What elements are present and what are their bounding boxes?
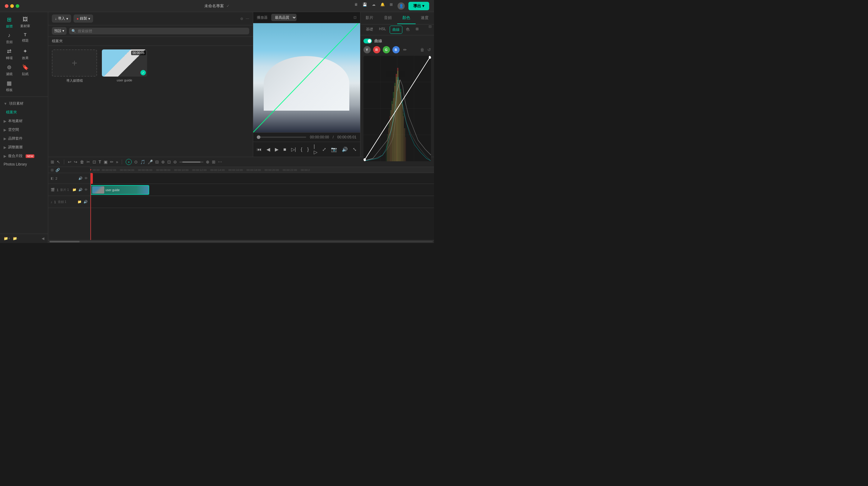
eyedropper-icon[interactable]: ✏ <box>403 47 407 52</box>
tab-speed[interactable]: 速度 <box>415 12 434 24</box>
tl-text-button[interactable]: T <box>98 159 101 164</box>
volume-button[interactable]: 🔊 <box>342 147 348 152</box>
curves-delete-icon[interactable]: 🗑 <box>420 47 424 52</box>
sidebar-item-photos[interactable]: Photos Library <box>0 160 48 168</box>
add-track-icon[interactable]: ⊞ <box>51 168 54 172</box>
preview-options-icon[interactable]: ⊡ <box>353 16 356 20</box>
toolbar-transition[interactable]: ⇄ 轉場 <box>1 46 17 62</box>
fullscreen-button[interactable]: ⤢ <box>322 147 326 152</box>
grid-icon[interactable]: ⊞ <box>390 2 393 10</box>
toolbar-filter[interactable]: ⊚ 濾鏡 <box>1 62 17 78</box>
close-button[interactable] <box>5 4 8 8</box>
add-folder-icon[interactable]: 📁+ <box>4 236 10 241</box>
preset-select[interactable]: 預設 ▾ <box>52 27 67 35</box>
channel-g-button[interactable]: G <box>383 46 390 53</box>
stop-button[interactable]: ■ <box>283 147 286 152</box>
tl-minus-button[interactable]: ⊖ <box>173 159 177 164</box>
sub-tab-hsl[interactable]: HSL <box>376 24 389 35</box>
scrollbar-thumb[interactable] <box>50 241 80 242</box>
video-clip[interactable]: user guide <box>90 185 149 195</box>
sub-tab-basic[interactable]: 基礎 <box>363 24 376 35</box>
step-back-button[interactable]: ⏮ <box>257 147 261 152</box>
link-track-icon[interactable]: 🔗 <box>56 168 60 172</box>
toolbar-sticker[interactable]: 🔖 貼紙 <box>17 62 33 78</box>
collapse-icon[interactable]: ◀ <box>41 236 44 241</box>
sidebar-item-cloud[interactable]: ▶ 雲空間 <box>0 125 48 134</box>
cloud-icon[interactable]: ☁ <box>372 2 375 10</box>
channel-y-button[interactable]: Y <box>364 46 371 53</box>
avatar[interactable]: 👤 <box>398 2 405 10</box>
sidebar-item-brand[interactable]: ▶ 品牌套件 <box>0 134 48 143</box>
panel-expand[interactable]: ⊟ <box>429 24 432 35</box>
toolbar-template[interactable]: ▦ 模板 <box>1 78 17 94</box>
bell-icon[interactable]: 🔔 <box>380 2 385 10</box>
tl-draw-button[interactable]: ✏ <box>110 159 114 164</box>
audio1-volume-icon[interactable]: 🔊 <box>84 200 88 204</box>
tl-redo-button[interactable]: ↪ <box>74 159 78 164</box>
zoom-slider[interactable] <box>179 161 204 162</box>
remove-folder-icon[interactable]: 📁- <box>13 236 19 241</box>
sidebar-item-local[interactable]: ▶ 本地素材 <box>0 117 48 125</box>
sub-tab-lut[interactable]: 色 <box>403 24 412 35</box>
frame-forward-button[interactable]: ▷| <box>291 147 296 152</box>
export-button[interactable]: 導出 ▾ <box>408 2 429 10</box>
insert-button[interactable]: |▷ <box>314 144 317 155</box>
monitor-icon[interactable]: 🖥 <box>354 2 358 10</box>
tl-plus-button[interactable]: ⊕ <box>206 159 210 164</box>
play-button[interactable]: ▶ <box>275 147 278 152</box>
fullscreen-button[interactable] <box>16 4 19 8</box>
video1-volume-icon[interactable]: 🔊 <box>79 188 83 192</box>
sidebar-item-compound[interactable]: ▶ 復合片段 NEW <box>0 152 48 160</box>
sidebar-section-project[interactable]: ▼ 項目素材 <box>0 99 48 108</box>
curves-toggle[interactable] <box>364 39 372 43</box>
tl-undo-button[interactable]: ↩ <box>68 159 71 164</box>
mark-out-button[interactable]: } <box>307 147 309 152</box>
audio1-folder-icon[interactable]: 📁 <box>78 200 82 204</box>
minimize-button[interactable] <box>10 4 14 8</box>
mark-in-button[interactable]: { <box>301 147 302 152</box>
tl-settings-button[interactable]: ⋯ <box>218 159 222 164</box>
video1-eye-icon[interactable]: 👁 <box>84 188 88 192</box>
tab-audio[interactable]: 音頻 <box>379 12 397 24</box>
tl-layout-button[interactable]: ⊞ <box>212 159 216 164</box>
import-media-button[interactable]: + <box>52 50 97 77</box>
curves-reset-icon[interactable]: ↺ <box>427 47 431 52</box>
toolbar-effect[interactable]: ✦ 效果 <box>17 46 33 62</box>
tl-mic-button[interactable]: 🎤 <box>148 159 153 164</box>
track2-eye-icon[interactable]: 👁 <box>84 176 88 180</box>
tl-more-button[interactable]: » <box>116 159 119 164</box>
tl-grid-button[interactable]: ⊞ <box>51 159 54 164</box>
tl-crop-button[interactable]: ▣ <box>104 159 107 164</box>
progress-bar[interactable] <box>257 136 306 138</box>
video1-folder-icon[interactable]: 📁 <box>72 188 76 192</box>
toolbar-library[interactable]: 🖼 素材庫 <box>17 14 33 30</box>
tl-audio-button[interactable]: 🎵 <box>140 159 145 164</box>
more-options-icon[interactable]: ⋯ <box>246 17 249 21</box>
histogram-area[interactable] <box>364 56 431 161</box>
quality-select[interactable]: 最高品質 <box>271 14 297 21</box>
tl-delete-button[interactable]: 🗑 <box>80 159 84 164</box>
tl-select-button[interactable]: ↖ <box>57 159 60 164</box>
filter-options-icon[interactable]: ⊜ <box>240 17 243 21</box>
sub-tab-curves[interactable]: 曲線 <box>390 26 402 34</box>
search-input[interactable] <box>78 29 247 33</box>
timeline-scrollbar[interactable] <box>48 240 434 243</box>
tab-video[interactable]: 影片 <box>361 12 379 24</box>
tl-pip-button[interactable]: ⊡ <box>167 159 171 164</box>
progress-dot[interactable] <box>257 135 260 139</box>
frame-back-button[interactable]: ◀ <box>267 147 270 152</box>
track2-volume-icon[interactable]: 🔊 <box>79 176 83 180</box>
sidebar-item-adjust[interactable]: ▶ 調整圖層 <box>0 143 48 152</box>
toolbar-title[interactable]: T 標題 <box>17 30 33 46</box>
tl-cut-button[interactable]: ✂ <box>87 159 90 164</box>
screenshot-button[interactable]: 📷 <box>331 147 337 152</box>
video-thumbnail[interactable]: 00:00:05 ✓ <box>102 50 147 77</box>
tl-split-button[interactable]: ⊡ <box>93 159 96 164</box>
tl-snap-button[interactable]: ⊙ <box>134 159 138 164</box>
resize-button[interactable]: ⤡ <box>352 147 356 152</box>
sub-tab-more[interactable]: ⊞ <box>412 24 422 35</box>
sidebar-item-folder[interactable]: 檔案夾 <box>0 108 48 117</box>
record-button[interactable]: ● 錄製 ▾ <box>73 14 93 23</box>
channel-r-button[interactable]: R <box>373 46 380 53</box>
channel-b-button[interactable]: B <box>393 46 400 53</box>
